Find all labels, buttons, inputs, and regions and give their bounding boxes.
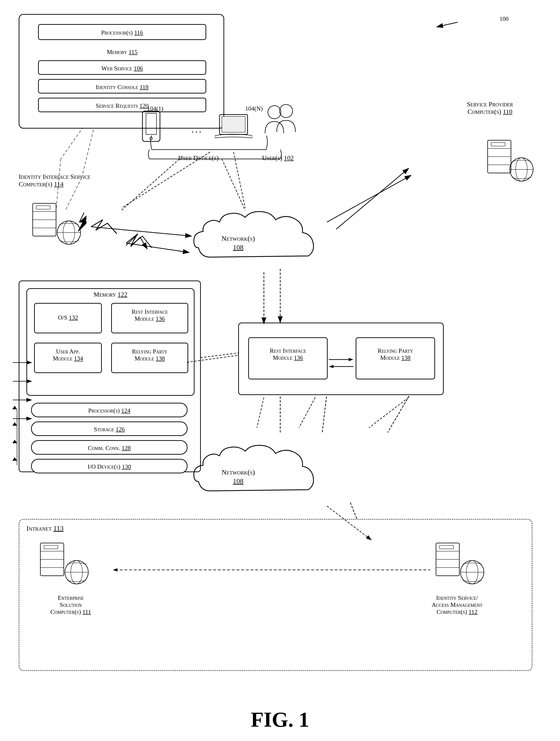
users-102-label: User(s) 102 [254,154,301,162]
network-cloud-bottom: Network(s) 108 [191,425,336,507]
svg-marker-56 [329,365,333,368]
figure-label: FIG. 1 [0,708,560,732]
svg-text:Network(s): Network(s) [221,468,255,476]
svg-line-77 [82,130,93,178]
enterprise-server-icon [38,538,94,590]
ellipsis: ... [191,124,203,135]
svg-rect-26 [222,117,245,132]
intranet-label: Intranet 113 [26,524,64,532]
svg-line-6 [126,243,189,253]
intranet-box: Intranet 113 EnterpriseSolutionComputer(… [19,519,533,671]
svg-line-87 [369,397,409,428]
svg-text:108: 108 [233,477,244,485]
identity-service-server-icon [434,538,490,590]
svg-line-85 [257,397,264,428]
top-system-box: Processor(s) 116 Memory 115 Web Service … [19,14,224,129]
relying-party-138-mid-box: Relying PartyModule 138 [356,337,435,380]
mobile-device-icon [140,110,163,147]
svg-marker-50 [12,422,17,426]
service-provider-label: Service ProviderComputer(s) 110 [443,100,537,116]
identity-service-label: Identity Service/Access ManagementComput… [406,594,508,615]
processors-116-label: Processor(s) 116 [39,29,206,36]
svg-marker-52 [12,457,17,461]
svg-line-79 [91,227,191,236]
processors-116-box: Processor(s) 116 [38,24,206,40]
ref-100-label: 100 [499,14,509,23]
laptop-icon [215,112,252,145]
rest-interface-136-mid-box: Rest InterfaceModule 136 [248,337,328,380]
svg-marker-49 [12,406,17,409]
svg-marker-54 [349,358,353,361]
enterprise-label: EnterpriseSolutionComputer(s) 111 [29,594,113,615]
svg-point-24 [150,137,153,140]
svg-text:108: 108 [233,243,244,251]
svg-line-15 [388,393,411,432]
storage-126-box: Storage 126 [31,421,187,436]
network-cloud-top: Network(s) 108 [191,192,336,273]
svg-rect-43 [36,206,50,209]
svg-text:Network(s): Network(s) [221,234,255,243]
user-app-134-box: User App.Module 134 [34,343,102,373]
processors-124-box: Processor(s) 124 [31,403,187,417]
identity-console-118-box: Identity Console 118 [38,79,206,93]
identity-interface-label: Identity Interface ServiceComputer(s) 11… [19,173,159,188]
memory-122-box: Memory 122 O/S 132 Rest InterfaceModule … [26,288,194,396]
memory-122-label: Memory 122 [27,291,194,298]
service-requests-120-box: Service Requests 120 [38,98,206,112]
relying-party-138-memory-box: Relying PartyModule 138 [111,343,188,373]
ref-104-N-label: 104(N) [245,105,263,112]
svg-point-28 [279,105,293,118]
svg-rect-63 [44,545,58,549]
identity-interface-server-icon [30,199,86,250]
svg-line-86 [299,397,315,428]
main-computer-box: Memory 122 O/S 132 Rest InterfaceModule … [19,280,201,472]
user-devices-label: User Device(s) [145,154,252,162]
svg-line-9 [327,175,411,222]
rest-interface-136-memory-box: Rest InterfaceModule 136 [111,303,188,333]
svg-line-3 [437,22,458,27]
svg-rect-71 [439,545,454,549]
users-icon [261,103,299,145]
io-devices-130-box: I/O Device(s) 130 [31,459,187,473]
svg-line-82 [336,168,409,229]
svg-marker-76 [113,568,117,571]
rest-relying-mid-box: Rest InterfaceModule 136 Relying PartyMo… [238,323,444,395]
svg-rect-23 [146,113,156,134]
memory-115-label: Memory 115 [38,45,206,59]
svg-marker-51 [12,440,17,443]
os-132-box: O/S 132 [34,303,102,333]
web-service-106-box: Web Service 106 [38,60,206,75]
service-provider-server-icon [485,136,537,187]
svg-rect-33 [491,143,505,146]
comm-conn-128-box: Comm. Conn. 128 [31,440,187,455]
svg-point-27 [268,106,281,119]
diagram: 100 Processor(s) 116 Memory 115 Web Serv… [0,0,560,741]
